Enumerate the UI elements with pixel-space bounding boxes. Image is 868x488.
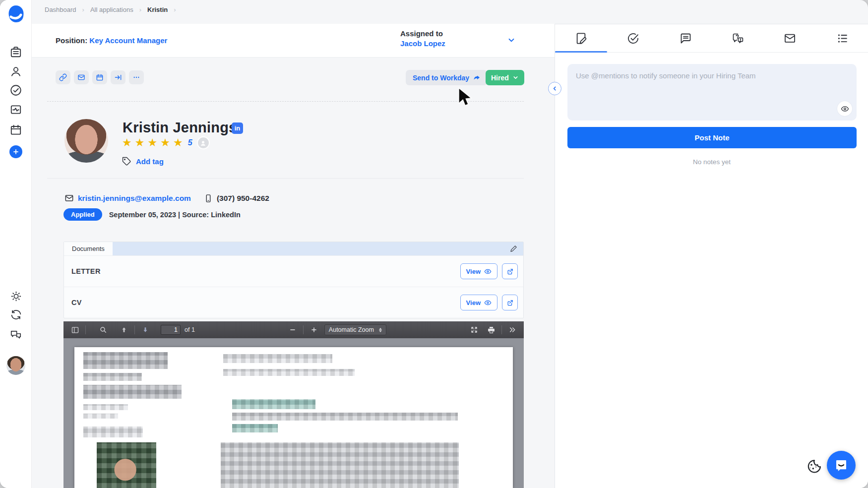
candidate-cv-photo-block xyxy=(97,442,156,488)
sidebar-messages-button[interactable] xyxy=(0,329,32,342)
mail-icon xyxy=(77,73,85,81)
breadcrumb-all-applications[interactable]: All applications xyxy=(90,6,133,13)
collapse-panel-button[interactable] xyxy=(548,82,561,95)
sidebar-user-avatar[interactable] xyxy=(0,356,32,375)
pdf-page-input[interactable] xyxy=(161,325,181,335)
sidebar-item-candidates[interactable] xyxy=(0,65,32,78)
view-button-label: View xyxy=(466,299,481,306)
pdf-prev-page-button[interactable] xyxy=(118,323,130,336)
open-cv-external-button[interactable] xyxy=(502,295,518,310)
star-icon[interactable]: ★ xyxy=(147,137,157,149)
toolbar-divider xyxy=(303,325,304,334)
sidebar-sync-button[interactable] xyxy=(0,308,32,321)
note-edit-icon xyxy=(574,32,588,45)
star-icon[interactable]: ★ xyxy=(122,137,132,149)
redacted-content-block xyxy=(232,399,315,409)
sidebar-item-jobs[interactable] xyxy=(0,46,32,59)
note-input[interactable] xyxy=(567,64,857,121)
star-icon[interactable]: ★ xyxy=(135,137,145,149)
app-logo[interactable] xyxy=(0,5,32,25)
sidebar-item-reports[interactable] xyxy=(0,103,32,116)
add-tag-button[interactable]: Add tag xyxy=(122,157,164,166)
linkedin-icon[interactable]: in xyxy=(232,122,243,134)
redacted-content-block xyxy=(83,385,182,399)
pdf-print-button[interactable] xyxy=(485,323,497,336)
messenger-smile-icon xyxy=(834,458,849,473)
chat-launcher-button[interactable] xyxy=(827,451,856,480)
mouse-cursor xyxy=(457,87,474,108)
toolbar-divider xyxy=(85,325,86,334)
send-to-workday-button[interactable]: Send to Workday xyxy=(406,70,488,85)
documents-header: Documents xyxy=(64,242,523,255)
pdf-zoom-out-button[interactable] xyxy=(286,323,299,336)
envelope-icon xyxy=(64,193,74,203)
star-icon[interactable]: ★ xyxy=(160,137,170,149)
chat-bubbles-icon xyxy=(9,329,22,342)
schedule-event-button[interactable] xyxy=(92,70,107,84)
tab-activity-log[interactable] xyxy=(816,24,868,52)
chevron-right-icon xyxy=(139,6,141,13)
panel-tabbar xyxy=(555,24,868,53)
copy-link-button[interactable] xyxy=(56,70,70,84)
post-note-button[interactable]: Post Note xyxy=(567,127,857,148)
sidebar-theme-toggle[interactable] xyxy=(0,290,32,303)
note-visibility-toggle[interactable] xyxy=(837,101,852,116)
open-letter-external-button[interactable] xyxy=(502,263,518,279)
printer-icon xyxy=(487,326,496,334)
position-line: Position: Key Account Manager xyxy=(56,36,167,45)
sidebar-item-calendar[interactable] xyxy=(0,123,32,136)
sidebar-add-button[interactable] xyxy=(0,145,32,158)
hired-stage-button[interactable]: Hired xyxy=(486,70,524,85)
pdf-next-page-button[interactable] xyxy=(139,323,152,336)
section-divider xyxy=(47,178,524,179)
breadcrumb-candidate[interactable]: Kristin xyxy=(147,6,168,13)
minus-icon xyxy=(289,326,296,333)
breadcrumb-dashboard[interactable]: Dashboard xyxy=(45,6,76,13)
document-actions: View xyxy=(460,295,518,310)
pdf-zoom-in-button[interactable] xyxy=(308,323,320,336)
cookie-settings-button[interactable] xyxy=(806,458,821,474)
eye-icon xyxy=(841,105,849,113)
pdf-more-tools-button[interactable] xyxy=(506,323,519,336)
tab-comments[interactable] xyxy=(660,24,712,52)
assigned-to-value[interactable]: Jacob Lopez xyxy=(400,39,445,49)
quick-actions-row xyxy=(56,70,144,84)
move-stage-button[interactable] xyxy=(111,70,125,84)
calendar-icon xyxy=(9,123,22,136)
pdf-sidebar-toggle-button[interactable] xyxy=(68,323,81,336)
candidate-email-link[interactable]: kristin.jennings@example.com xyxy=(78,194,191,203)
view-cv-button[interactable]: View xyxy=(460,295,497,310)
edit-documents-button[interactable] xyxy=(510,245,517,252)
chevron-down-icon xyxy=(512,74,519,81)
share-arrow-icon xyxy=(473,74,481,82)
assigned-dropdown-button[interactable] xyxy=(507,36,516,45)
pdf-search-button[interactable] xyxy=(97,323,110,336)
rater-avatar[interactable] xyxy=(197,136,210,149)
position-link[interactable]: Key Account Manager xyxy=(89,36,167,45)
send-email-button[interactable] xyxy=(74,70,89,84)
star-icon[interactable]: ★ xyxy=(173,137,183,149)
toolbar-divider xyxy=(501,325,502,334)
documents-card: Documents LETTER View CV View xyxy=(63,242,524,318)
status-badge[interactable]: Applied xyxy=(63,208,102,221)
documents-tab[interactable]: Documents xyxy=(64,242,113,255)
pdf-zoom-select[interactable]: Automatic Zoom xyxy=(324,324,386,335)
document-name: CV xyxy=(71,299,82,306)
redacted-content-block xyxy=(83,414,118,419)
tab-evaluations[interactable] xyxy=(607,24,659,52)
document-row-letter: LETTER View xyxy=(64,255,523,287)
redacted-content-block xyxy=(83,427,143,437)
tab-questions[interactable] xyxy=(712,24,764,52)
candidate-photo xyxy=(64,119,108,163)
tab-emails[interactable] xyxy=(764,24,816,52)
position-label: Position: xyxy=(56,36,87,45)
candidate-phone: (307) 950-4262 xyxy=(217,194,269,203)
sidebar-item-tasks[interactable] xyxy=(0,84,32,97)
pdf-presentation-button[interactable] xyxy=(468,323,481,336)
document-row-cv: CV View xyxy=(64,287,523,318)
arrow-to-bar-icon xyxy=(114,73,122,81)
tab-notes[interactable] xyxy=(555,24,607,52)
view-letter-button[interactable]: View xyxy=(460,263,497,279)
more-actions-button[interactable] xyxy=(129,70,144,84)
pdf-toolbar-right xyxy=(468,323,519,336)
